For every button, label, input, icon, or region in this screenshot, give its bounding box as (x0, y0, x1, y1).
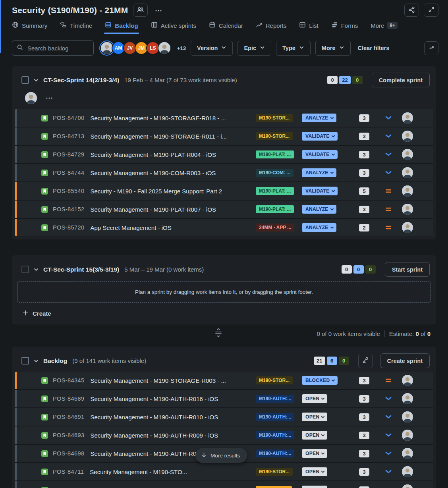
status-dropdown[interactable]: OPEN (302, 467, 327, 476)
issue-key[interactable]: POS-84698 (53, 450, 84, 457)
estimate-badge[interactable]: 3 (359, 413, 369, 421)
work-item-row[interactable]: POS-84700Security Management - M190-STOR… (15, 109, 433, 127)
issue-title[interactable]: Security Management - M190-STORAGE-R011 … (90, 133, 256, 140)
issue-title[interactable]: Security Management - M190-CRYPTO-R005 -… (90, 487, 256, 488)
epic-tag[interactable]: M190-AUTH:... (256, 449, 294, 457)
type-filter-dropdown[interactable]: Type (276, 41, 311, 56)
epic-tag[interactable]: M190-CRYP... (256, 486, 292, 488)
work-item-row[interactable]: POS-85540Security - M190 - Fall 2025 Mer… (15, 181, 433, 200)
work-item-row[interactable]: POS-84732Security Management - M190-CRYP… (15, 480, 433, 488)
issue-title[interactable]: Security Management - M190-STO... (90, 469, 256, 475)
work-item-row[interactable]: POS-84693Security Management - M190-AUTH… (15, 426, 433, 444)
status-dropdown[interactable]: OPEN (302, 449, 327, 458)
work-item-row[interactable]: POS-84744Security Management - M190-COM-… (15, 163, 433, 181)
select-all-checkbox[interactable] (21, 266, 29, 273)
issue-title[interactable]: App Secret Management - iOS (90, 224, 256, 231)
assignee-avatar[interactable] (402, 466, 413, 477)
status-dropdown[interactable]: ANALYZE (302, 205, 336, 214)
estimate-badge[interactable]: 3 (359, 206, 369, 213)
work-item-row[interactable]: POS-84691Security Management - M190-AUTH… (15, 407, 433, 426)
start-sprint-button[interactable]: Start sprint (385, 262, 430, 277)
tab-active-sprints[interactable]: Active sprints (151, 21, 196, 34)
tab-more[interactable]: More 9+ (371, 22, 398, 33)
work-item-row[interactable]: POS-84345Security Management - M190-STOR… (15, 372, 433, 389)
sprint-name[interactable]: CT-Sec-Sprint 15(3/5-3/19) (43, 266, 119, 273)
collapse-chevron-icon[interactable] (33, 267, 39, 272)
epic-tag[interactable]: M190-STOR... (256, 468, 293, 476)
sprint-avatars-overflow-button[interactable] (43, 92, 55, 104)
view-settings-button[interactable] (358, 354, 373, 368)
epic-tag[interactable]: M190-STOR... (256, 132, 293, 140)
work-item-row[interactable]: POS-84713Security Management - M190-STOR… (15, 127, 433, 145)
issue-title[interactable]: Security Management - M190-AUTH-R009 - i… (90, 432, 256, 439)
collapse-chevron-icon[interactable] (33, 358, 39, 364)
issue-key[interactable]: POS-84729 (53, 151, 84, 158)
assignee-avatar[interactable] (402, 204, 413, 215)
estimate-badge[interactable]: 3 (359, 151, 369, 158)
status-dropdown[interactable]: BLOCKED (302, 376, 338, 385)
tab-backlog[interactable]: Backlog (105, 21, 138, 34)
issue-key[interactable]: POS-85720 (53, 224, 84, 231)
search-backlog-field[interactable] (12, 41, 94, 56)
assignee-avatar[interactable] (402, 131, 413, 142)
status-dropdown[interactable]: OPEN (302, 413, 327, 421)
search-input[interactable] (27, 44, 89, 52)
tab-reports[interactable]: Reports (256, 21, 287, 34)
more-results-button[interactable]: More results (195, 448, 247, 463)
epic-tag[interactable]: M190-PLAT: ... (256, 187, 294, 195)
epic-tag[interactable]: 24MM - APP ... (256, 224, 294, 231)
expand-button[interactable] (424, 4, 438, 17)
status-dropdown[interactable]: VALIDATE (302, 187, 338, 195)
epic-tag[interactable]: M190-AUTH:... (256, 395, 294, 403)
issue-key[interactable]: POS-84693 (53, 432, 84, 438)
issue-key[interactable]: POS-84744 (53, 170, 84, 176)
sprint-dropzone[interactable]: Plan a sprint by dragging work items int… (17, 281, 431, 303)
assignee-avatar[interactable] (402, 149, 413, 160)
issue-title[interactable]: Security Management - M190-COM-R003 - iO… (90, 170, 256, 176)
more-options-button[interactable] (153, 4, 164, 16)
assignee-avatar[interactable] (402, 430, 413, 441)
estimate-badge[interactable]: 3 (359, 377, 369, 384)
assignee-avatar[interactable] (402, 411, 413, 422)
tab-list[interactable]: List (299, 21, 318, 34)
complete-sprint-button[interactable]: Complete sprint (372, 73, 430, 87)
status-dropdown[interactable]: ANALYZE (302, 114, 336, 122)
issue-title[interactable]: Security Management - M190-STORAGE-R003 … (90, 377, 256, 384)
clear-filters-button[interactable]: Clear filters (355, 45, 392, 51)
sprint-resize-handle-icon[interactable] (214, 328, 223, 338)
estimate-badge[interactable]: 5 (359, 187, 369, 195)
epic-filter-dropdown[interactable]: Epic (238, 41, 271, 56)
estimate-badge[interactable]: 3 (359, 133, 369, 140)
work-item-row[interactable]: POS-84729Security Management - M190-PLAT… (15, 145, 433, 163)
create-sprint-button[interactable]: Create sprint (380, 353, 430, 368)
epic-tag[interactable]: M190-PLAT: ... (256, 205, 294, 213)
issue-key[interactable]: POS-85540 (53, 188, 84, 194)
assignee-avatar[interactable] (402, 167, 413, 178)
issue-title[interactable]: Security Management - M190-AUTH-R010 - i… (90, 414, 256, 420)
create-work-item-button[interactable]: Create (15, 304, 54, 321)
epic-tag[interactable]: M190-AUTH:... (256, 431, 294, 439)
work-item-row[interactable]: POS-85720App Secret Management - iOS24MM… (15, 218, 433, 236)
share-button[interactable] (404, 4, 419, 17)
assignee-avatar[interactable] (402, 375, 413, 386)
issue-title[interactable]: Security Management - M190-PLAT-R007 - i… (90, 206, 256, 213)
status-dropdown[interactable]: OPEN (302, 431, 327, 440)
collapse-chevron-icon[interactable] (33, 77, 39, 83)
status-dropdown[interactable]: VALIDATE (302, 132, 338, 141)
select-all-checkbox[interactable] (21, 357, 29, 365)
tab-calendar[interactable]: Calendar (209, 21, 243, 34)
issue-title[interactable]: Security - M190 - Fall 2025 Merge Suppor… (90, 188, 256, 195)
sprint-assignee-avatar[interactable] (25, 92, 37, 104)
issue-key[interactable]: POS-84711 (53, 469, 84, 475)
epic-tag[interactable]: M190-STOR... (256, 114, 293, 122)
avatar-overflow-count[interactable]: +13 (177, 45, 186, 51)
status-dropdown[interactable]: OPEN (302, 394, 327, 403)
status-dropdown[interactable]: VALIDATE (302, 150, 338, 159)
issue-key[interactable]: POS-84691 (53, 414, 84, 420)
user-avatar[interactable] (158, 41, 171, 55)
select-all-checkbox[interactable] (21, 76, 29, 84)
issue-key[interactable]: POS-84345 (53, 377, 84, 384)
status-dropdown[interactable]: ANALYZE (302, 168, 336, 177)
work-item-row[interactable]: POS-84152Security Management - M190-PLAT… (15, 200, 433, 218)
epic-tag[interactable]: M190-STOR... (256, 376, 293, 384)
